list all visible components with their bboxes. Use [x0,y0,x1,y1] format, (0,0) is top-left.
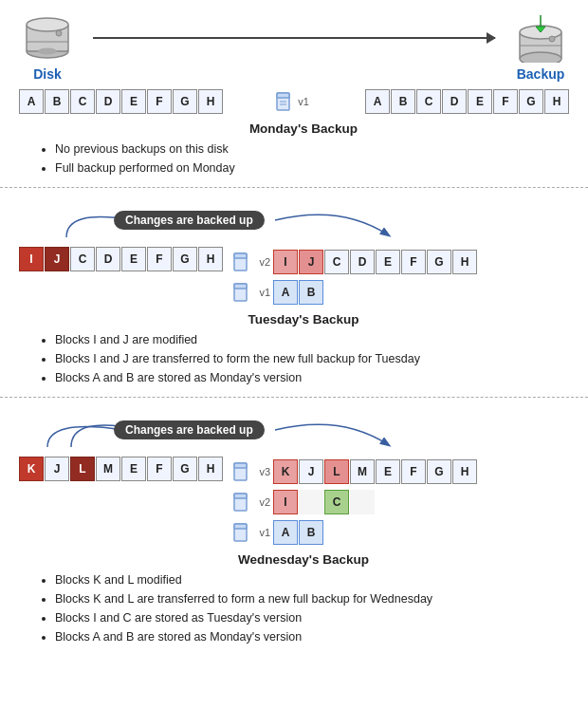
backup-block-C: C [416,89,441,114]
wednesday-v3-label: v3 [251,466,270,477]
wednesday-v1-doc-icon [232,522,251,543]
tuesday-v2-I: I [273,250,298,274]
tuesday-bullet-3: Blocks A and B are stored as Monday's ve… [55,368,579,387]
wednesday-v1-blocks: A B [273,520,323,545]
wednesday-v3-K: K [273,459,298,484]
backup-block-E: E [468,89,492,114]
svg-point-3 [38,48,57,55]
svg-rect-19 [234,284,247,289]
tuesday-v1-doc-icon [232,282,251,303]
tuesday-disk-I: I [19,247,44,271]
wednesday-disk-L: L [70,457,95,481]
tuesday-v1-row: v1 A B [232,280,569,305]
tuesday-title: Tuesday's Backup [28,312,579,327]
wednesday-title: Wednesday's Backup [28,552,579,567]
disk-icon [23,13,72,63]
tuesday-disk-blocks: I J C D E F G H [19,247,223,271]
tuesday-v2-blocks: I J C D E F G H [273,250,477,274]
svg-rect-17 [234,253,247,258]
tuesday-changes-pill: Changes are backed up [114,211,265,230]
wednesday-bullet-3: Blocks I and C are stored as Tuesday's v… [55,608,579,627]
tuesday-v2-doc-icon [232,252,251,272]
backup-icon [516,13,565,63]
tuesday-v2-label: v2 [251,256,270,268]
svg-point-2 [27,18,68,31]
tuesday-v2-row: v2 I J C D E F G H [232,250,569,274]
wednesday-v1-B: B [299,520,323,545]
monday-info: Monday's Backup No previous backups on t… [9,121,579,177]
wednesday-bullets: Blocks K and L modified Blocks K and L a… [28,570,579,646]
tuesday-info: Tuesday's Backup Blocks I and J are modi… [9,312,579,387]
tuesday-disk-C: C [70,247,95,271]
wednesday-disk-J: J [45,457,69,481]
block-D: D [96,89,120,114]
wednesday-v3-J: J [299,459,323,484]
wednesday-info: Wednesday's Backup Blocks K and L modifi… [9,552,579,646]
disk-label: Disk [33,66,62,82]
backup-block-B: B [391,89,415,114]
block-B: B [45,89,69,114]
monday-title: Monday's Backup [28,121,579,136]
wednesday-backup-stack: v3 K J L M E F G H v2 [232,457,569,545]
wednesday-v3-row: v3 K J L M E F G H [232,459,569,484]
monday-gap: v1 [232,91,356,112]
svg-rect-21 [234,463,247,468]
icons-row: Disk Backup [9,13,579,82]
svg-point-10 [549,36,555,42]
wednesday-v2-C: C [324,490,349,514]
wednesday-disk-H: H [198,457,223,481]
tuesday-v1-blocks: A B [273,280,323,305]
monday-bullet-1: No previous backups on this disk [55,140,579,159]
backup-block-H: H [544,89,569,114]
tuesday-disk-G: G [173,247,197,271]
disk-to-backup-arrow [93,37,495,39]
wednesday-v3-doc-icon [232,461,251,482]
wednesday-v3-L: L [324,459,349,484]
monday-blocks-row: A B C D E F G H v1 A B C D E F [9,89,579,114]
monday-bullets: No previous backups on this disk Full ba… [28,140,579,177]
svg-rect-23 [234,494,247,498]
wednesday-changes-arrow: Changes are backed up [9,409,579,455]
block-H: H [198,89,223,114]
wednesday-disk-G: G [173,457,197,481]
wednesday-v2-I: I [273,490,298,514]
wednesday-bullet-4: Blocks A and B are stored as Monday's ve… [55,627,579,646]
wednesday-v3-E: E [376,459,400,484]
wednesday-disk-M: M [96,457,120,481]
wednesday-v2-label: v2 [251,496,270,508]
tuesday-v2-C: C [324,250,349,274]
tuesday-bullet-1: Blocks I and J are modified [55,330,579,349]
svg-point-8 [520,52,561,63]
block-F: F [147,89,172,114]
disk-icon-label: Disk [9,13,85,82]
wednesday-v2-blocks: I C [273,490,375,514]
top-header-section: Disk Backup A B C D E F G [0,0,588,188]
wednesday-v3-M: M [350,459,375,484]
wednesday-v2-empty1 [299,490,323,514]
wednesday-disk-F: F [147,457,172,481]
tuesday-backup-stack: v2 I J C D E F G H v1 [232,247,569,305]
wednesday-bullet-1: Blocks K and L modified [55,570,579,589]
tuesday-v1-B: B [299,280,323,305]
wednesday-disk-E: E [121,457,146,481]
wednesday-v2-row: v2 I C [232,490,569,514]
tuesday-v2-E: E [376,250,400,274]
backup-icon-label: Backup [503,13,579,82]
block-A: A [19,89,44,114]
block-G: G [173,89,197,114]
tuesday-v2-D: D [350,250,375,274]
tuesday-bullets: Blocks I and J are modified Blocks I and… [28,330,579,387]
tuesday-v1-label: v1 [251,287,270,298]
block-C: C [70,89,95,114]
wednesday-v1-row: v1 A B [232,520,569,545]
wednesday-arrow-svg [9,409,579,455]
tuesday-main-row: I J C D E F G H v2 I J C D [9,247,579,305]
tuesday-bullet-2: Blocks I and J are transferred to form t… [55,349,579,368]
svg-point-5 [56,30,62,36]
wednesday-v2-doc-icon [232,492,251,513]
monday-disk-blocks: A B C D E F G H [19,89,223,114]
monday-bullet-2: Full backup performed on Monday [55,159,579,177]
svg-rect-13 [277,93,289,98]
wednesday-v3-H: H [452,459,477,484]
monday-doc-icon [275,91,294,112]
